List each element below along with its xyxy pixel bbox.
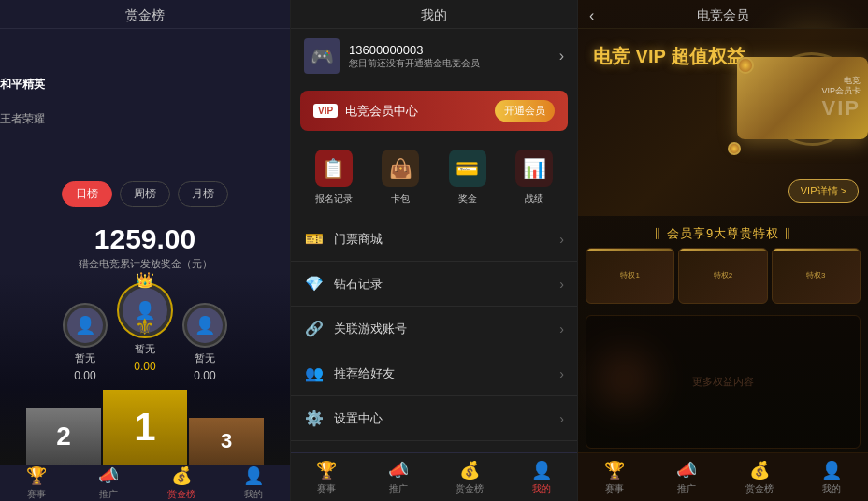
- diamond-icon: 💎: [304, 275, 325, 293]
- nav-promo[interactable]: 📣 推广: [73, 465, 146, 501]
- user-avatar: 🎮: [304, 38, 340, 74]
- filter-weekly[interactable]: 周榜: [120, 181, 170, 207]
- panel1-bottom-nav: 🏆 赛事 📣 推广 💰 赏金榜 👤 我的: [0, 465, 290, 501]
- wallet-label: 卡包: [391, 193, 410, 206]
- p2-nav-promo[interactable]: 📣 推广: [363, 453, 435, 501]
- avatar-rank1: 👑 👤 ⚜: [117, 282, 173, 338]
- quick-battle[interactable]: 📊 战绩: [515, 150, 553, 206]
- panel2-header: 我的: [291, 0, 577, 29]
- p2-nav-promo-label: 推广: [389, 482, 408, 495]
- perk-card-2[interactable]: 特权2: [678, 248, 767, 304]
- p3-match-icon: 🏆: [604, 460, 625, 480]
- panel2-title: 我的: [421, 7, 447, 22]
- p3-nav-match-label: 赛事: [605, 482, 624, 495]
- coin-decoration-1: [737, 57, 754, 74]
- ticket-label: 门票商城: [334, 231, 383, 248]
- nav-match[interactable]: 🏆 赛事: [0, 465, 73, 501]
- p3-nav-mine-label: 我的: [822, 482, 841, 495]
- menu-game-account[interactable]: 🔗 关联游戏账号 ›: [291, 307, 577, 351]
- nav-reward[interactable]: 💰 赏金榜: [145, 465, 218, 501]
- vip-open-button[interactable]: 开通会员: [495, 100, 555, 122]
- vip-card-visual: 电竞 VIP会员卡 VIP: [728, 48, 868, 160]
- p2-nav-reward[interactable]: 💰 赏金榜: [434, 453, 506, 501]
- tab-heping[interactable]: 和平精英: [0, 77, 290, 93]
- crown-icon: 👑: [136, 271, 154, 289]
- filter-monthly[interactable]: 月榜: [178, 181, 228, 207]
- podium-block-2: 2: [26, 408, 101, 465]
- p3-nav-match[interactable]: 🏆 赛事: [578, 453, 651, 501]
- vip-badge: VIP: [313, 104, 338, 118]
- signup-label: 报名记录: [315, 193, 353, 206]
- chevron-right-icon: ›: [559, 48, 564, 64]
- back-arrow-icon[interactable]: ‹: [589, 7, 594, 24]
- coin-decoration-2: [728, 142, 741, 155]
- tab-wangzhe[interactable]: 王者荣耀: [0, 111, 290, 127]
- name-rank2: 暂无: [75, 351, 95, 365]
- signup-icon: 📋: [315, 150, 353, 187]
- menu-settings[interactable]: ⚙️ 设置中心 ›: [291, 396, 577, 441]
- name-rank1: 暂无: [135, 342, 155, 356]
- card-label: 电竞 VIP会员卡: [821, 76, 861, 96]
- p3-reward-icon: 💰: [749, 460, 770, 480]
- vip-detail-button[interactable]: VIP详情 >: [788, 179, 859, 203]
- menu-diamond[interactable]: 💎 钻石记录 ›: [291, 262, 577, 307]
- p2-nav-mine[interactable]: 👤 我的: [506, 453, 578, 501]
- score-rank2: 0.00: [74, 369, 95, 382]
- quick-wallet[interactable]: 👜 卡包: [382, 150, 419, 206]
- perk-card-3-label: 特权3: [803, 267, 829, 284]
- podium-area: 👤 暂无 0.00 👑 👤 ⚜ 暂无 0.00 👤 暂: [0, 273, 290, 465]
- quick-signup[interactable]: 📋 报名记录: [315, 150, 353, 206]
- p3-nav-reward-label: 赏金榜: [745, 482, 774, 495]
- user-phone: 13600000003: [349, 43, 480, 57]
- quick-prize[interactable]: 💳 奖金: [449, 150, 486, 206]
- menu-ticket[interactable]: 🎫 门票商城 ›: [291, 217, 577, 262]
- vip-hero-section: 电竞 VIP 超值权益 电竞 VIP会员卡 VIP VIP详情 >: [578, 29, 868, 216]
- p2-nav-match[interactable]: 🏆 赛事: [291, 453, 363, 501]
- wallet-icon: 👜: [382, 150, 419, 187]
- invite-arrow-icon: ›: [559, 366, 564, 381]
- perk-card-3[interactable]: 特权3: [772, 248, 861, 304]
- invite-icon: 👥: [304, 365, 325, 382]
- podium-base: 2 1 3: [0, 390, 290, 465]
- panel2-bottom-nav: 🏆 赛事 📣 推广 💰 赏金榜 👤 我的: [291, 452, 577, 501]
- game-tabs: 和平精英 王者荣耀: [0, 29, 290, 174]
- podium-block-3: 3: [189, 418, 264, 465]
- name-rank3: 暂无: [195, 351, 215, 365]
- p3-nav-promo[interactable]: 📣 推广: [651, 453, 724, 501]
- perk-card-1-label: 特权1: [616, 267, 643, 284]
- vip-banner-text: 电竞会员中心: [345, 103, 418, 120]
- p3-nav-promo-label: 推广: [677, 482, 696, 495]
- perk-card-1[interactable]: 特权1: [586, 248, 674, 304]
- nav-mine[interactable]: 👤 我的: [218, 465, 291, 501]
- vip-hero-title: 电竞 VIP 超值权益: [593, 44, 745, 68]
- p3-nav-reward[interactable]: 💰 赏金榜: [723, 453, 796, 501]
- wings-icon: ⚜: [135, 314, 155, 340]
- menu-invite[interactable]: 👥 推荐给好友 ›: [291, 351, 577, 396]
- promo-icon: 📣: [98, 465, 119, 486]
- panel3-bottom-nav: 🏆 赛事 📣 推广 💰 赏金榜 👤 我的: [578, 452, 868, 501]
- perk-cards-row: 特权1 特权2 特权3: [578, 248, 868, 311]
- diamond-label: 钻石记录: [334, 276, 383, 293]
- p2-promo-icon: 📣: [388, 460, 409, 480]
- avatar-rank2: 👤: [63, 303, 108, 348]
- nav-match-label: 赛事: [27, 488, 46, 501]
- filter-daily[interactable]: 日榜: [62, 181, 112, 207]
- mine-icon: 👤: [243, 465, 264, 486]
- p2-reward-icon: 💰: [459, 460, 480, 480]
- p3-nav-mine[interactable]: 👤 我的: [796, 453, 869, 501]
- player-rank3: 👤 暂无 0.00: [182, 303, 227, 382]
- settings-icon: ⚙️: [304, 409, 325, 427]
- card-vip-text: VIP: [822, 96, 861, 121]
- reward-icon: 💰: [171, 465, 192, 486]
- p3-promo-icon: 📣: [676, 460, 697, 480]
- user-sub-text: 您目前还没有开通猎金电竞会员: [349, 57, 480, 70]
- vip-banner[interactable]: VIP 电竞会员中心 开通会员: [300, 91, 568, 131]
- panel-reward-ranking: 赏金榜 和平精英 王者荣耀 日榜 周榜 月榜 1259.00 猎金电竞累计发放奖…: [0, 0, 290, 501]
- quick-icons-row: 📋 报名记录 👜 卡包 💳 奖金 📊 战绩: [291, 138, 577, 217]
- prize-icon: 💳: [449, 150, 486, 187]
- panel3-title: 电竞会员: [697, 7, 749, 24]
- user-info-bar[interactable]: 🎮 13600000003 您目前还没有开通猎金电竞会员 ›: [291, 29, 577, 83]
- prize-total-section: 1259.00 猎金电竞累计发放奖金（元）: [0, 214, 290, 273]
- prize-amount: 1259.00: [0, 223, 290, 255]
- ticket-arrow-icon: ›: [559, 232, 564, 247]
